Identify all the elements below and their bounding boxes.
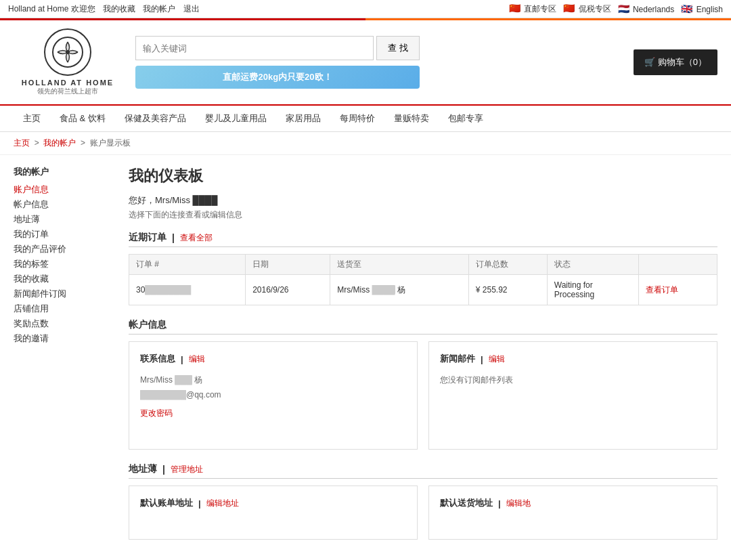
billing-address-card: 默认账单地址 | 编辑地址 [129, 486, 418, 540]
view-all-link[interactable]: 查看全部 [180, 232, 213, 244]
logout-link[interactable]: 退出 [183, 4, 200, 14]
newsletter-body: 您没有订阅邮件列表 [440, 373, 706, 388]
en-lang-link[interactable]: 🇬🇧 English [681, 3, 723, 14]
col-ship-to: 送货至 [330, 255, 469, 275]
billing-title: 默认账单地址 | 编辑地址 [140, 497, 406, 509]
shipping-edit-link[interactable]: 编辑地 [506, 498, 531, 509]
newsletter-edit-link[interactable]: 编辑 [489, 353, 505, 365]
sidebar-item-favorites[interactable]: 我的收藏 [14, 273, 115, 285]
nav-home[interactable]: 主页 [14, 106, 50, 131]
nl-lang-link[interactable]: 🇳🇱 Nederlands [618, 3, 675, 14]
recent-orders-header: 近期订单 | 查看全部 [129, 232, 717, 247]
order-status: Waiting forProcessing [547, 275, 638, 305]
change-password-link[interactable]: 更改密码 [140, 408, 173, 418]
header: HOLLAND AT HOME 领先的荷兰线上超市 查 找 直邮运费20kg内只… [0, 20, 731, 104]
sidebar-item-invites[interactable]: 我的邀请 [14, 332, 115, 345]
tax-zone-link[interactable]: 🇨🇳 侃税专区 [563, 3, 611, 15]
nl-flag-icon: 🇳🇱 [618, 3, 629, 14]
page-title: 我的仪表板 [129, 166, 717, 186]
billing-edit-link[interactable]: 编辑地址 [206, 498, 239, 509]
logo-icon [44, 28, 91, 76]
table-row: 30████████ 2016/9/26 Mrs/Miss ████ 杨 ¥ 2… [129, 275, 717, 305]
cn-flag2-icon: 🇨🇳 [563, 3, 575, 14]
sidebar-item-points[interactable]: 奖励点数 [14, 318, 115, 330]
shipping-address-card: 默认送货地址 | 编辑地 [428, 486, 717, 540]
col-date: 日期 [246, 255, 330, 275]
nav-bulk[interactable]: 量贩特卖 [384, 106, 439, 131]
orders-table: 订单 # 日期 送货至 订单总数 状态 30████████ 2016/9/26… [129, 254, 717, 305]
sidebar-item-account-details[interactable]: 帐户信息 [14, 198, 115, 211]
cart-button[interactable]: 🛒 购物车（0） [634, 49, 717, 75]
breadcrumb-current: 账户显示板 [90, 138, 131, 148]
account-info-section: 帐户信息 联系信息 | 编辑 Mrs/Miss ███ 杨 ████████@q… [129, 319, 717, 450]
sidebar-item-newsletter[interactable]: 新闻邮件订阅 [14, 288, 115, 300]
nav-weekly[interactable]: 每周特价 [330, 106, 384, 131]
col-total: 订单总数 [468, 255, 547, 275]
direct-zone-link[interactable]: 🇨🇳 直邮专区 [509, 3, 556, 15]
search-input[interactable] [135, 36, 374, 60]
sidebar-title: 我的帐户 [14, 166, 115, 178]
newsletter-title: 新闻邮件 | 编辑 [440, 353, 706, 365]
search-button[interactable]: 查 找 [376, 36, 420, 60]
sidebar-item-account-info[interactable]: 账户信息 [14, 184, 115, 196]
newsletter-card: 新闻邮件 | 编辑 您没有订阅邮件列表 [428, 341, 717, 450]
contact-info-card: 联系信息 | 编辑 Mrs/Miss ███ 杨 ████████@qq.com… [129, 341, 418, 450]
top-bar: Holland at Home 欢迎您 我的收藏 我的帐户 退出 🇨🇳 直邮专区… [0, 0, 731, 18]
address-label: 地址薄 [129, 463, 157, 475]
cn-flag-icon: 🇨🇳 [509, 3, 520, 14]
nav-food[interactable]: 食品 & 饮料 [50, 106, 115, 131]
sidebar: 我的帐户 账户信息 帐户信息 地址薄 我的订单 我的产品评价 我的标签 我的收藏… [14, 166, 115, 540]
sub-text: 选择下面的连接查看或编辑信息 [129, 209, 717, 221]
svg-point-1 [66, 50, 70, 54]
top-bar-right: 🇨🇳 直邮专区 🇨🇳 侃税专区 🇳🇱 Nederlands 🇬🇧 English [509, 3, 723, 15]
content: 我的仪表板 您好，Mrs/Miss ████ 选择下面的连接查看或编辑信息 近期… [129, 166, 717, 540]
col-order-num: 订单 # [129, 255, 246, 275]
order-num: 30████████ [129, 275, 246, 305]
order-ship-to: Mrs/Miss ████ 杨 [330, 275, 469, 305]
nav-free-shipping[interactable]: 包邮专享 [439, 106, 493, 131]
site-name: Holland at Home [8, 4, 68, 14]
shipping-title: 默认送货地址 | 编辑地 [440, 497, 706, 509]
nav-bar: 主页 食品 & 饮料 保健及美容产品 婴儿及儿童用品 家居用品 每周特价 量贩特… [0, 104, 731, 132]
change-password-link-wrapper[interactable]: 更改密码 [140, 406, 406, 421]
nav-home-goods[interactable]: 家居用品 [276, 106, 330, 131]
sidebar-item-address-book[interactable]: 地址薄 [14, 213, 115, 225]
info-cards: 联系信息 | 编辑 Mrs/Miss ███ 杨 ████████@qq.com… [129, 341, 717, 450]
sidebar-item-reviews[interactable]: 我的产品评价 [14, 243, 115, 255]
welcome-link[interactable]: 欢迎您 [71, 4, 95, 14]
account-info-header: 帐户信息 [129, 319, 717, 335]
sidebar-item-tags[interactable]: 我的标签 [14, 258, 115, 270]
breadcrumb-account[interactable]: 我的帐户 [43, 138, 76, 148]
sidebar-item-orders[interactable]: 我的订单 [14, 228, 115, 240]
contact-name: Mrs/Miss ███ 杨 [140, 373, 406, 388]
breadcrumb: 主页 > 我的帐户 > 账户显示板 [0, 132, 731, 155]
col-status: 状态 [547, 255, 638, 275]
search-area: 查 找 直邮运费20kg内只要20欧！ [135, 36, 420, 89]
address-section: 地址薄 | 管理地址 默认账单地址 | 编辑地址 默认送货地址 | 编辑地 [129, 463, 717, 540]
account-info-label: 帐户信息 [129, 319, 167, 331]
col-action [638, 255, 717, 275]
search-row: 查 找 [135, 36, 420, 60]
breadcrumb-home[interactable]: 主页 [14, 138, 30, 148]
logo-text-main: HOLLAND AT HOME [22, 79, 114, 87]
contact-edit-link[interactable]: 编辑 [189, 353, 205, 365]
welcome-text: 您好，Mrs/Miss ████ [129, 194, 717, 207]
en-flag-icon: 🇬🇧 [681, 3, 692, 14]
promo-banner: 直邮运费20kg内只要20欧！ [135, 66, 420, 89]
nav-health[interactable]: 保健及美容产品 [115, 106, 196, 131]
main-layout: 我的帐户 账户信息 帐户信息 地址薄 我的订单 我的产品评价 我的标签 我的收藏… [0, 155, 731, 551]
nav-baby[interactable]: 婴儿及儿童用品 [196, 106, 276, 131]
account-link[interactable]: 我的帐户 [143, 4, 175, 14]
order-action[interactable]: 查看订单 [638, 275, 717, 305]
favorites-link[interactable]: 我的收藏 [103, 4, 135, 14]
recent-orders-label: 近期订单 [129, 232, 167, 244]
contact-info-body: Mrs/Miss ███ 杨 ████████@qq.com 更改密码 [140, 373, 406, 421]
sidebar-item-store-credit[interactable]: 店铺信用 [14, 303, 115, 315]
manage-address-link[interactable]: 管理地址 [171, 464, 203, 475]
address-header: 地址薄 | 管理地址 [129, 463, 717, 479]
logo-text-sub: 领先的荷兰线上超市 [37, 87, 98, 96]
contact-email: ████████@qq.com [140, 388, 406, 403]
order-date: 2016/9/26 [246, 275, 330, 305]
order-total: ¥ 255.92 [468, 275, 547, 305]
contact-info-title: 联系信息 | 编辑 [140, 353, 406, 365]
